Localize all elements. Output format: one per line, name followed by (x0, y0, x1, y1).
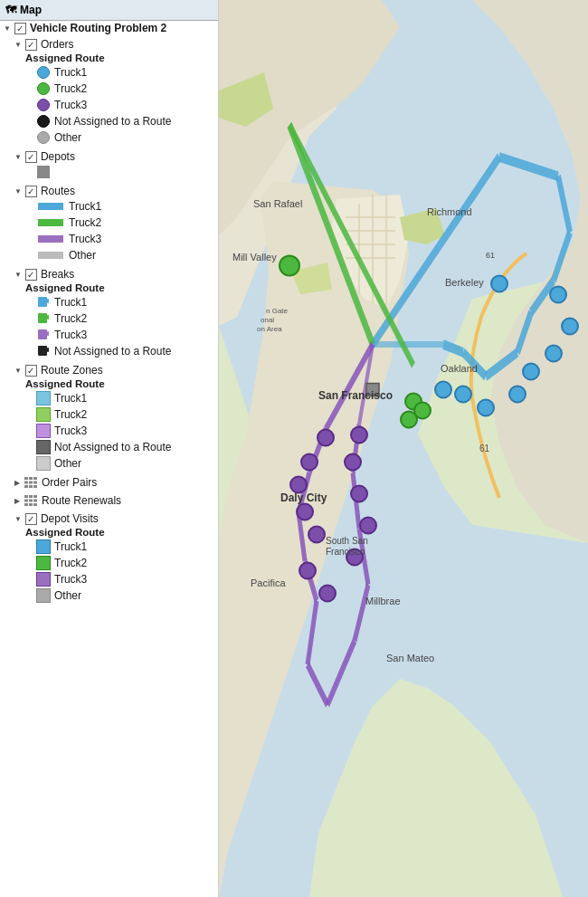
svg-point-88 (319, 586, 336, 602)
orders-checkbox[interactable] (25, 39, 37, 51)
svg-point-70 (550, 287, 566, 303)
routes-checkbox[interactable] (25, 186, 37, 197)
svg-rect-9 (29, 477, 33, 480)
routes-label: Routes (41, 185, 75, 197)
route-renewals-section: Route Renewals (0, 491, 218, 510)
svg-text:Oakland: Oakland (441, 363, 478, 374)
svg-point-81 (401, 412, 417, 428)
breaks-row[interactable]: Breaks (0, 267, 218, 282)
svg-text:San Mateo: San Mateo (386, 653, 434, 663)
routes-other-icon (36, 248, 65, 262)
orders-unassigned-label: Not Assigned to a Route (54, 115, 171, 128)
breaks-section: Breaks Assigned Route Truck1 Truck2 (0, 265, 218, 361)
orders-truck1-icon (36, 65, 51, 80)
route-zones-truck1-row[interactable]: Truck1 (0, 390, 218, 406)
routes-other-label: Other (69, 249, 96, 262)
svg-rect-3 (47, 315, 49, 320)
routes-truck2-icon (36, 215, 65, 230)
depot-visits-checkbox[interactable] (25, 513, 37, 525)
root-item[interactable]: Vehicle Routing Problem 2 (0, 21, 218, 35)
svg-point-93 (351, 427, 367, 444)
routes-truck3-icon (36, 232, 65, 246)
breaks-label: Breaks (41, 268, 74, 281)
route-zones-row[interactable]: Route Zones (0, 363, 218, 377)
routes-truck2-row[interactable]: Truck2 (0, 215, 218, 231)
route-zones-truck3-row[interactable]: Truck3 (0, 423, 218, 439)
route-zones-checkbox[interactable] (25, 365, 37, 377)
panel-title: Map (20, 4, 42, 16)
svg-text:onal: onal (261, 316, 274, 324)
routes-truck1-row[interactable]: Truck1 (0, 198, 218, 215)
routes-other-row[interactable]: Other (0, 247, 218, 263)
routes-arrow (14, 187, 22, 196)
svg-rect-7 (47, 348, 49, 352)
orders-truck2-row[interactable]: Truck2 (0, 81, 218, 97)
route-zones-unassigned-row[interactable]: Not Assigned to a Route (0, 439, 218, 455)
panel-header: 🗺 Map (0, 0, 218, 21)
svg-text:Millbrae: Millbrae (365, 596, 401, 606)
svg-point-90 (360, 518, 376, 534)
order-pairs-label: Order Pairs (42, 476, 97, 489)
map-panel[interactable]: 61 (219, 0, 588, 897)
svg-rect-1 (47, 299, 49, 303)
depot-visits-other-row[interactable]: Other (0, 587, 218, 604)
route-zones-arrow (14, 367, 22, 375)
root-checkbox[interactable] (14, 23, 26, 34)
svg-rect-17 (24, 495, 28, 498)
breaks-truck3-row[interactable]: Truck3 (0, 327, 218, 343)
order-pairs-row[interactable]: Order Pairs (0, 475, 218, 490)
depots-square-icon (36, 165, 51, 179)
routes-row[interactable]: Routes (0, 184, 218, 198)
route-zones-other-icon (36, 456, 51, 471)
route-zones-unassigned-icon (36, 440, 51, 454)
depots-icon-row[interactable] (0, 164, 218, 180)
svg-rect-0 (38, 297, 47, 307)
route-zones-other-row[interactable]: Other (0, 455, 218, 472)
route-zones-label: Route Zones (41, 364, 103, 377)
svg-point-75 (478, 400, 494, 416)
breaks-unassigned-label: Not Assigned to a Route (54, 345, 171, 358)
svg-point-69 (491, 276, 507, 292)
svg-rect-16 (33, 485, 37, 488)
depot-visits-truck2-row[interactable]: Truck2 (0, 555, 218, 571)
depots-arrow (14, 153, 22, 161)
svg-point-71 (562, 319, 578, 335)
depots-checkbox[interactable] (25, 151, 37, 163)
route-zones-truck3-label: Truck3 (54, 425, 87, 437)
breaks-checkbox[interactable] (25, 269, 37, 281)
breaks-arrow (14, 271, 22, 279)
route-renewals-row[interactable]: Route Renewals (0, 493, 218, 508)
svg-point-85 (297, 504, 313, 520)
orders-truck3-icon (36, 98, 51, 112)
route-renewals-arrow (14, 497, 20, 505)
svg-rect-8 (24, 477, 28, 480)
svg-rect-10 (33, 477, 37, 480)
svg-rect-14 (24, 485, 28, 488)
depots-label: Depots (41, 150, 75, 163)
breaks-unassigned-row[interactable]: Not Assigned to a Route (0, 343, 218, 359)
orders-truck1-label: Truck1 (54, 66, 87, 79)
svg-text:Pacifica: Pacifica (251, 577, 286, 588)
depots-row[interactable]: Depots (0, 149, 218, 164)
routes-truck3-row[interactable]: Truck3 (0, 231, 218, 247)
depot-visits-label: Depot Visits (41, 512, 99, 525)
orders-other-row[interactable]: Other (0, 129, 218, 146)
breaks-truck1-row[interactable]: Truck1 (0, 294, 218, 310)
breaks-truck1-label: Truck1 (54, 296, 87, 309)
breaks-truck2-row[interactable]: Truck2 (0, 310, 218, 327)
depot-visits-row[interactable]: Depot Visits (0, 511, 218, 526)
depot-visits-other-label: Other (54, 589, 81, 602)
svg-text:Mill Valley: Mill Valley (232, 252, 277, 262)
orders-unassigned-row[interactable]: Not Assigned to a Route (0, 113, 218, 129)
root-arrow (4, 24, 11, 33)
svg-text:Richmond: Richmond (427, 206, 472, 217)
depot-visits-truck3-row[interactable]: Truck3 (0, 571, 218, 587)
routes-truck1-label: Truck1 (69, 200, 101, 213)
svg-rect-13 (33, 482, 37, 484)
depot-visits-truck1-row[interactable]: Truck1 (0, 539, 218, 555)
orders-truck1-row[interactable]: Truck1 (0, 64, 218, 81)
route-zones-truck2-row[interactable]: Truck2 (0, 406, 218, 423)
orders-truck3-row[interactable]: Truck3 (0, 97, 218, 113)
root-label: Vehicle Routing Problem 2 (30, 22, 166, 34)
orders-row[interactable]: Orders (0, 37, 218, 52)
